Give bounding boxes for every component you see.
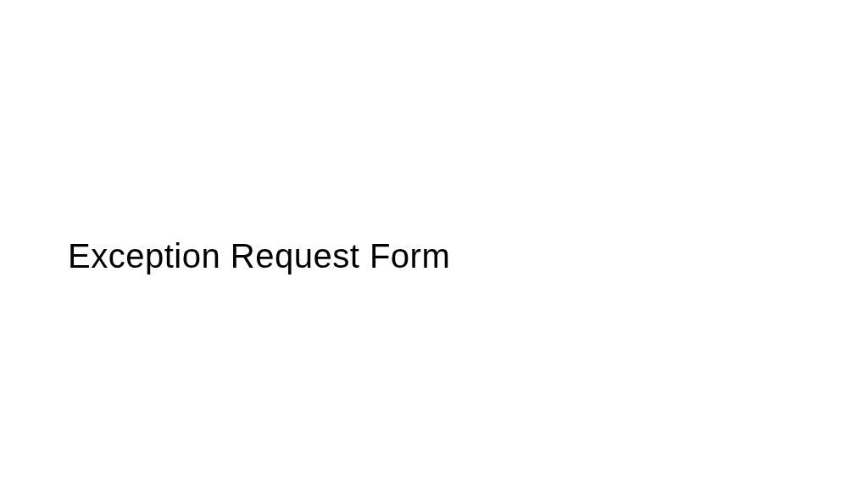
slide-content: Exception Request Form [68,237,450,275]
slide-title: Exception Request Form [68,237,450,275]
